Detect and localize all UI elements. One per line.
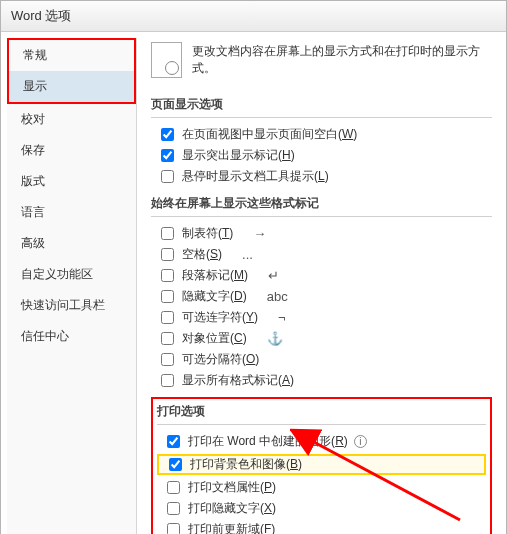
print-opt-0-label: 打印在 Word 中创建的图形(R)	[188, 433, 348, 450]
print-opt-1-checkbox[interactable]	[169, 458, 182, 471]
format-opt-4-symbol: ¬	[278, 310, 308, 325]
print-opt-3: 打印隐藏文字(X)	[157, 500, 486, 517]
intro-text: 更改文档内容在屏幕上的显示方式和在打印时的显示方式。	[192, 43, 492, 77]
page-opt-2-label: 悬停时显示文档工具提示(L)	[182, 168, 329, 185]
page-opt-0-checkbox[interactable]	[161, 128, 174, 141]
format-opt-0-symbol: →	[253, 226, 283, 241]
format-opt-4-checkbox[interactable]	[161, 311, 174, 324]
sidebar-item-general[interactable]: 常规	[9, 40, 134, 71]
window-title: Word 选项	[1, 1, 506, 32]
format-opt-7-checkbox[interactable]	[161, 374, 174, 387]
page-opt-1-label: 显示突出显示标记(H)	[182, 147, 295, 164]
info-icon: i	[354, 435, 367, 448]
format-opt-2-label: 段落标记(M)	[182, 267, 248, 284]
format-opt-5-symbol: ⚓	[267, 331, 297, 346]
format-opt-5: 对象位置(C)⚓	[151, 330, 492, 347]
format-opt-3-label: 隐藏文字(D)	[182, 288, 247, 305]
format-opt-1: 空格(S)...	[151, 246, 492, 263]
format-opt-2: 段落标记(M)↵	[151, 267, 492, 284]
print-opt-1-label: 打印背景色和图像(B)	[190, 456, 302, 473]
sidebar-item-display[interactable]: 显示	[9, 71, 134, 102]
sidebar-item-advanced[interactable]: 高级	[7, 228, 136, 259]
format-opt-6: 可选分隔符(O)	[151, 351, 492, 368]
print-opt-4: 打印前更新域(F)	[157, 521, 486, 534]
format-opt-0-label: 制表符(T)	[182, 225, 233, 242]
format-opt-1-label: 空格(S)	[182, 246, 222, 263]
section-format-marks: 始终在屏幕上显示这些格式标记	[151, 195, 492, 217]
print-opt-4-label: 打印前更新域(F)	[188, 521, 275, 534]
format-opt-7-label: 显示所有格式标记(A)	[182, 372, 294, 389]
page-opt-2-checkbox[interactable]	[161, 170, 174, 183]
format-opt-1-symbol: ...	[242, 247, 272, 262]
format-opt-3: 隐藏文字(D)abc	[151, 288, 492, 305]
sidebar: 常规 显示 校对 保存 版式 语言 高级 自定义功能区 快速访问工具栏 信任中心	[7, 38, 137, 534]
sidebar-item-quick-access[interactable]: 快速访问工具栏	[7, 290, 136, 321]
format-opt-0-checkbox[interactable]	[161, 227, 174, 240]
sidebar-highlight: 常规 显示	[7, 38, 136, 104]
format-opt-4-label: 可选连字符(Y)	[182, 309, 258, 326]
format-opt-4: 可选连字符(Y)¬	[151, 309, 492, 326]
page-opt-1: 显示突出显示标记(H)	[151, 147, 492, 164]
print-opt-2-checkbox[interactable]	[167, 481, 180, 494]
page-opt-2: 悬停时显示文档工具提示(L)	[151, 168, 492, 185]
page-opt-0: 在页面视图中显示页面间空白(W)	[151, 126, 492, 143]
print-opt-0-checkbox[interactable]	[167, 435, 180, 448]
format-opt-0: 制表符(T)→	[151, 225, 492, 242]
print-opt-0: 打印在 Word 中创建的图形(R)i	[157, 433, 486, 450]
print-opt-3-label: 打印隐藏文字(X)	[188, 500, 276, 517]
print-options-highlight: 打印选项 打印在 Word 中创建的图形(R)i打印背景色和图像(B)打印文档属…	[151, 397, 492, 534]
format-opt-2-symbol: ↵	[268, 268, 298, 283]
page-opt-0-label: 在页面视图中显示页面间空白(W)	[182, 126, 357, 143]
print-opt-4-checkbox[interactable]	[167, 523, 180, 534]
format-opt-3-symbol: abc	[267, 289, 297, 304]
format-opt-2-checkbox[interactable]	[161, 269, 174, 282]
format-opt-6-label: 可选分隔符(O)	[182, 351, 259, 368]
format-opt-1-checkbox[interactable]	[161, 248, 174, 261]
format-opt-3-checkbox[interactable]	[161, 290, 174, 303]
sidebar-item-proofing[interactable]: 校对	[7, 104, 136, 135]
page-opt-1-checkbox[interactable]	[161, 149, 174, 162]
print-opt-1: 打印背景色和图像(B)	[157, 454, 486, 475]
print-opt-2-label: 打印文档属性(P)	[188, 479, 276, 496]
print-opt-2: 打印文档属性(P)	[157, 479, 486, 496]
content-pane: 更改文档内容在屏幕上的显示方式和在打印时的显示方式。 页面显示选项 在页面视图中…	[137, 32, 506, 534]
format-opt-5-label: 对象位置(C)	[182, 330, 247, 347]
section-print-options: 打印选项	[157, 403, 486, 425]
sidebar-item-language[interactable]: 语言	[7, 197, 136, 228]
format-opt-7: 显示所有格式标记(A)	[151, 372, 492, 389]
sidebar-item-save[interactable]: 保存	[7, 135, 136, 166]
document-icon	[151, 42, 182, 78]
format-opt-6-checkbox[interactable]	[161, 353, 174, 366]
sidebar-item-customize-ribbon[interactable]: 自定义功能区	[7, 259, 136, 290]
sidebar-item-layout[interactable]: 版式	[7, 166, 136, 197]
sidebar-item-trust-center[interactable]: 信任中心	[7, 321, 136, 352]
section-page-display: 页面显示选项	[151, 96, 492, 118]
print-opt-3-checkbox[interactable]	[167, 502, 180, 515]
format-opt-5-checkbox[interactable]	[161, 332, 174, 345]
